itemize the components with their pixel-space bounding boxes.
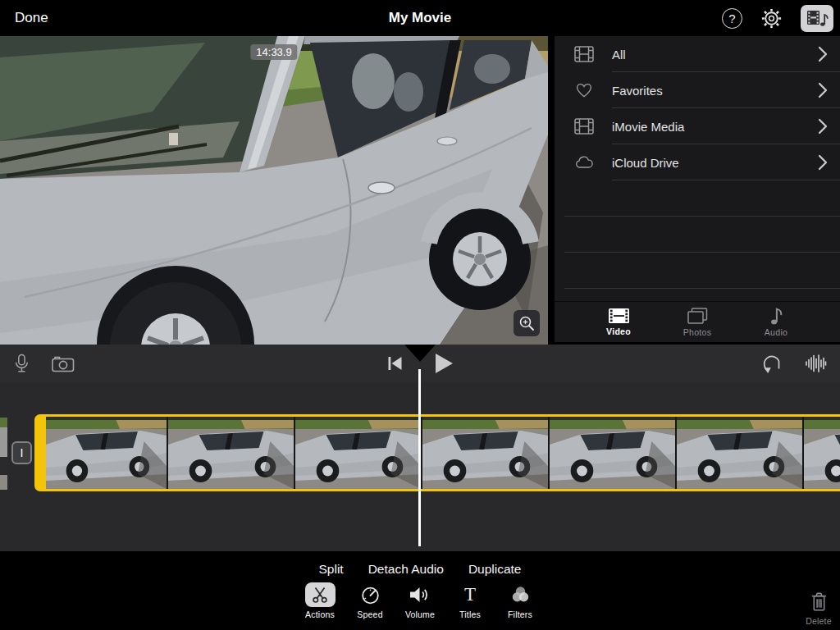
timeline-edge-thumbnail <box>0 418 7 490</box>
trash-icon <box>810 591 828 612</box>
video-film-icon <box>608 308 630 324</box>
tool-label: Filters <box>508 609 532 619</box>
undo-button[interactable] <box>761 353 783 374</box>
media-item-imovie-media[interactable]: iMovie Media <box>555 108 840 144</box>
media-item-label: iMovie Media <box>612 120 684 134</box>
photos-stack-icon <box>687 308 708 325</box>
film-icon <box>574 46 594 62</box>
main-area: 14:33.9 All <box>0 36 840 345</box>
empty-list-row <box>555 180 840 217</box>
play-icon <box>435 353 454 374</box>
titles-T-icon: T <box>464 584 476 605</box>
skip-to-start-button[interactable] <box>387 356 403 371</box>
settings-gear-icon[interactable] <box>760 7 783 30</box>
edit-tools-row: Actions Speed <box>0 582 840 619</box>
clip-thumbnail <box>168 417 294 489</box>
selected-video-clip[interactable] <box>34 414 840 491</box>
filters-circles-icon <box>509 585 532 605</box>
cloud-icon <box>574 155 594 170</box>
media-item-label: All <box>612 48 626 62</box>
tool-label: Titles <box>459 609 481 619</box>
waveform-icon <box>805 354 827 372</box>
camera-button[interactable] <box>52 355 75 372</box>
speedometer-icon <box>360 585 381 605</box>
done-button[interactable]: Done <box>15 10 48 26</box>
timeline-editor: I <box>0 345 840 551</box>
imovie-app: Done My Movie ? <box>0 0 840 630</box>
media-item-label: iCloud Drive <box>612 156 679 170</box>
bottom-bar: Split Detach Audio Duplicate <box>0 551 840 630</box>
film-note-icon <box>806 8 829 28</box>
chevron-right-icon <box>818 154 828 171</box>
clip-thumbnail <box>422 417 548 489</box>
skip-to-start-icon <box>387 356 403 371</box>
tab-photos[interactable]: Photos <box>669 308 726 337</box>
tool-actions[interactable]: Actions <box>301 582 339 619</box>
playhead-triangle <box>404 345 436 362</box>
play-button[interactable] <box>435 353 454 374</box>
voiceover-mic-button[interactable] <box>13 353 30 374</box>
preview-panel-divider <box>548 36 555 345</box>
clip-thumbnail <box>804 417 840 489</box>
heart-icon <box>574 82 594 98</box>
media-browser-panel: All Favorites iMovie Media <box>555 36 840 345</box>
tool-label: Actions <box>305 609 335 619</box>
undo-icon <box>761 353 783 374</box>
tab-label: Video <box>606 326 631 336</box>
clip-filmstrip[interactable] <box>46 414 840 491</box>
top-bar: Done My Movie ? <box>0 0 840 36</box>
tool-titles[interactable]: T Titles <box>451 582 489 619</box>
tab-label: Photos <box>683 327 712 337</box>
video-preview[interactable]: 14:33.9 <box>0 36 548 345</box>
clip-thumbnail <box>550 417 675 489</box>
film-icon <box>574 118 594 135</box>
tab-audio[interactable]: Audio <box>747 307 805 337</box>
clip-thumbnail <box>46 417 167 489</box>
tool-label: Speed <box>357 609 382 619</box>
music-note-icon <box>769 307 783 325</box>
playhead[interactable] <box>418 369 421 546</box>
tool-delete[interactable]: Delete <box>799 589 838 626</box>
page-title: My Movie <box>0 10 840 26</box>
help-icon[interactable]: ? <box>722 8 742 29</box>
camera-icon <box>52 355 75 372</box>
topbar-actions: ? <box>722 0 833 36</box>
tool-speed[interactable]: Speed <box>351 582 389 619</box>
movie-start-marker[interactable]: I <box>11 441 32 464</box>
panel-spacer <box>555 289 840 301</box>
clip-thumbnail <box>677 417 802 489</box>
media-item-favorites[interactable]: Favorites <box>555 72 840 108</box>
tab-video[interactable]: Video <box>590 308 647 336</box>
empty-list-row <box>555 253 840 289</box>
detach-audio-button[interactable]: Detach Audio <box>368 562 444 577</box>
duplicate-button[interactable]: Duplicate <box>468 562 522 577</box>
media-type-tabbar: Video Photos Audio <box>555 301 840 342</box>
media-library-toggle-button[interactable] <box>801 5 833 32</box>
audio-waveform-button[interactable] <box>805 354 827 372</box>
split-button[interactable]: Split <box>319 562 344 577</box>
tool-label: Delete <box>806 616 832 626</box>
clip-actions-menu: Split Detach Audio Duplicate <box>0 551 840 577</box>
speaker-icon <box>409 586 431 604</box>
media-item-all[interactable]: All <box>555 36 840 72</box>
media-item-icloud-drive[interactable]: iCloud Drive <box>555 144 840 180</box>
chevron-right-icon <box>818 118 828 135</box>
tool-volume[interactable]: Volume <box>401 582 439 619</box>
scissors-icon <box>311 586 329 604</box>
tool-label: Volume <box>405 609 435 619</box>
chevron-right-icon <box>818 46 828 62</box>
trim-handle-left[interactable] <box>34 414 46 491</box>
tab-label: Audio <box>765 327 788 337</box>
empty-list-row <box>555 217 840 253</box>
chevron-right-icon <box>818 82 828 98</box>
playhead-timestamp: 14:33.9 <box>250 44 297 60</box>
magnifier-plus-icon <box>518 314 536 332</box>
tool-filters[interactable]: Filters <box>501 582 539 619</box>
pinch-zoom-button[interactable] <box>514 310 540 336</box>
microphone-icon <box>13 353 30 374</box>
media-item-label: Favorites <box>612 84 663 98</box>
clip-thumbnail <box>295 417 421 489</box>
